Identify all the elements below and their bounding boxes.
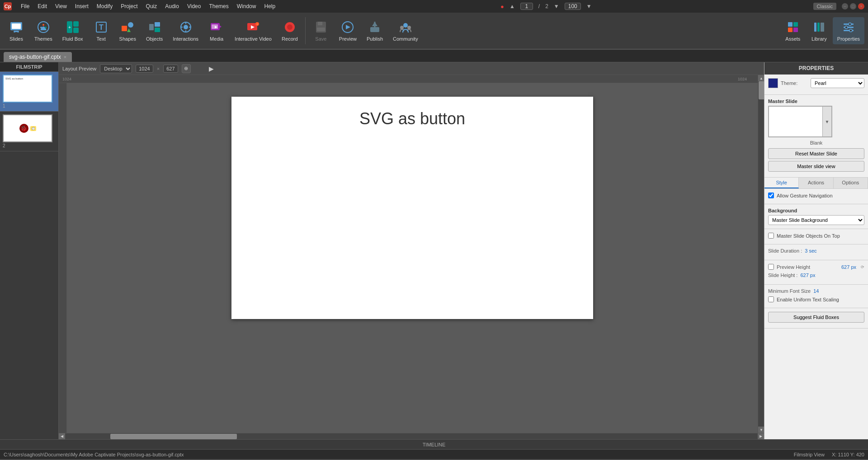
toolbar-record[interactable]: Record <box>277 17 302 44</box>
svg-rect-51 <box>793 28 798 32</box>
slide-thumb-2[interactable]: 🐞 💬 2 <box>0 112 58 151</box>
slide-1-preview: SVG as button <box>3 75 52 103</box>
scroll-track[interactable] <box>758 81 764 427</box>
toolbar-save[interactable]: Save <box>308 17 334 44</box>
prev-page-btn[interactable]: ▲ <box>509 3 515 9</box>
master-objects-section: Master Slide Objects On Top <box>764 229 868 244</box>
svg-point-46 <box>400 26 404 29</box>
zoom-input[interactable] <box>565 3 581 10</box>
play-btn[interactable]: ▶ <box>207 64 216 73</box>
menu-project[interactable]: Project <box>117 2 141 10</box>
slide-canvas[interactable]: SVG as button <box>231 97 593 319</box>
svg-rect-1 <box>12 23 21 29</box>
filmstrip: FILMSTRIP SVG as button 1 🐞 💬 2 <box>0 62 59 439</box>
menu-help[interactable]: Help <box>260 2 279 10</box>
master-slide-thumb-container[interactable]: ▼ <box>768 106 832 137</box>
window-controls: – □ × <box>842 3 864 9</box>
preview-height-checkbox[interactable] <box>768 264 774 270</box>
canvas-width: 1024 <box>136 65 153 73</box>
master-slide-dropdown-btn[interactable]: ▼ <box>823 106 832 137</box>
minimize-btn[interactable]: – <box>842 3 848 9</box>
tab-style[interactable]: Style <box>764 178 799 188</box>
scroll-left-btn[interactable]: ◀ <box>59 433 65 440</box>
interactions-icon <box>179 20 193 34</box>
suggest-fluid-boxes-btn[interactable]: Suggest Fluid Boxes <box>768 312 864 323</box>
timeline-area[interactable]: TIMELINE <box>0 439 868 449</box>
fit-to-window-btn[interactable]: ⊕ <box>182 64 191 73</box>
page-separator: / <box>538 3 540 9</box>
svg-rect-10 <box>73 21 79 27</box>
toolbar-objects[interactable]: Objects <box>142 17 167 44</box>
main-tab[interactable]: svg-as-button-gif.cptx × <box>4 52 72 62</box>
classic-badge: Classic <box>813 3 836 10</box>
svg-rect-53 <box>817 23 820 32</box>
slide-height-value: 627 px <box>800 272 815 278</box>
reset-master-slide-btn[interactable]: Reset Master Slide <box>768 148 864 159</box>
svg-point-47 <box>407 26 411 29</box>
menu-quiz[interactable]: Quiz <box>142 2 161 10</box>
menu-insert[interactable]: Insert <box>71 2 92 10</box>
background-dropdown[interactable]: Master Slide Background Custom Color Ima… <box>768 215 864 225</box>
toolbar-themes[interactable]: Themes <box>30 17 57 44</box>
menu-edit[interactable]: Edit <box>34 2 51 10</box>
color-picker[interactable] <box>768 78 778 88</box>
canvas-wrapper-outer: 1024 1024 SVG as button ▲ ▼ <box>59 75 764 433</box>
menu-themes[interactable]: Themes <box>205 2 232 10</box>
gesture-nav-checkbox[interactable] <box>768 192 774 198</box>
scroll-thumb[interactable] <box>759 81 764 99</box>
close-btn[interactable]: × <box>858 3 864 9</box>
h-scroll-thumb[interactable] <box>110 434 237 439</box>
tab-close-btn[interactable]: × <box>64 54 66 60</box>
menu-window[interactable]: Window <box>233 2 260 10</box>
properties-header: PROPERTIES <box>764 62 868 75</box>
toolbar-assets[interactable]: Assets <box>780 17 806 44</box>
zoom-dropdown[interactable]: ▼ <box>586 3 592 9</box>
toolbar-preview[interactable]: Preview <box>335 17 361 44</box>
theme-dropdown[interactable]: Pearl Executive Blank <box>811 78 864 88</box>
maximize-btn[interactable]: □ <box>850 3 856 9</box>
master-slide-view-btn[interactable]: Master slide view <box>768 161 864 172</box>
bug-icon: 🐞 <box>19 124 28 133</box>
toolbar-shapes[interactable]: Shapes <box>115 17 141 44</box>
toolbar-media[interactable]: Media <box>204 17 229 44</box>
filmstrip-header: FILMSTRIP <box>0 62 58 72</box>
tab-actions[interactable]: Actions <box>799 178 833 188</box>
uniform-scaling-checkbox[interactable] <box>768 296 774 302</box>
toolbar-properties[interactable]: Properties <box>833 17 864 44</box>
svg-rect-19 <box>155 22 160 27</box>
menu-video[interactable]: Video <box>184 2 204 10</box>
slide-thumb-1[interactable]: SVG as button 1 <box>0 72 58 112</box>
master-objects-checkbox[interactable] <box>768 233 774 239</box>
toolbar-interactive-video[interactable]: ! Interactive Video <box>230 17 276 44</box>
toolbar-publish[interactable]: Publish <box>362 17 387 44</box>
fluid-box-label: Fluid Box <box>62 36 83 42</box>
h-scroll-track[interactable] <box>65 433 758 439</box>
min-font-label: Minimum Font Size <box>768 288 811 294</box>
theme-section: Theme: Pearl Executive Blank <box>764 75 868 95</box>
toolbar-text[interactable]: T Text <box>89 17 114 44</box>
interactive-video-icon: ! <box>246 20 260 34</box>
scroll-down-btn[interactable]: ▼ <box>758 427 764 433</box>
master-slide-preview-row: ▼ <box>768 106 864 137</box>
file-path: C:\Users\saghosh\Documents\My Adobe Capt… <box>4 452 184 457</box>
master-slide-preview <box>769 106 823 137</box>
suggest-section: Suggest Fluid Boxes <box>764 308 868 329</box>
layout-dropdown[interactable]: Desktop Tablet Mobile <box>100 64 132 73</box>
next-page-btn[interactable]: ▼ <box>554 3 559 9</box>
scroll-up-btn[interactable]: ▲ <box>758 75 764 81</box>
toolbar-community[interactable]: Community <box>388 17 423 44</box>
record-btn-title[interactable]: ● <box>500 3 504 10</box>
toolbar-library[interactable]: Library <box>807 17 832 44</box>
toolbar-fluid-box[interactable]: + Fluid Box <box>58 17 88 44</box>
menu-view[interactable]: View <box>52 2 71 10</box>
menu-file[interactable]: File <box>17 2 33 10</box>
menu-modify[interactable]: Modify <box>93 2 116 10</box>
tab-options[interactable]: Options <box>834 178 868 188</box>
scroll-right-btn[interactable]: ▶ <box>758 433 764 440</box>
toolbar-slides[interactable]: Slides <box>4 17 29 44</box>
prop-tabs: Style Actions Options <box>764 178 868 189</box>
page-input[interactable] <box>520 3 533 10</box>
toolbar-interactions[interactable]: Interactions <box>168 17 203 44</box>
menu-audio[interactable]: Audio <box>161 2 183 10</box>
ruler-left-num: 1024 <box>62 77 71 81</box>
